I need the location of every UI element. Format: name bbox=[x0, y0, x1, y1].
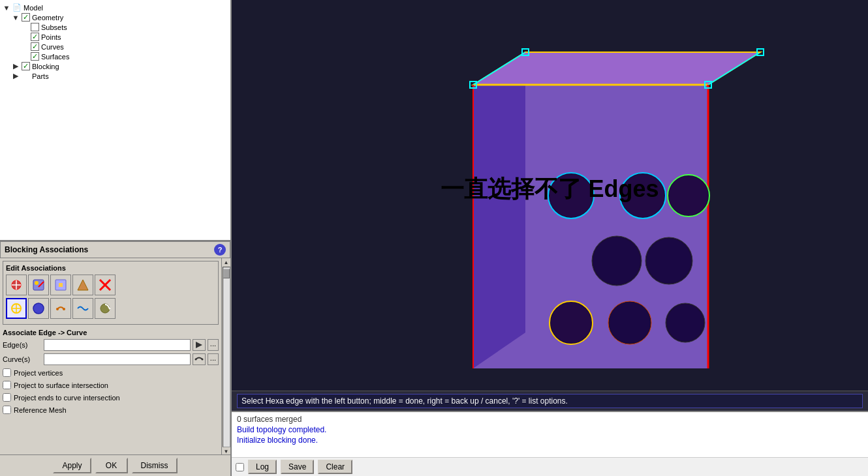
expander-blocking[interactable]: ▶ bbox=[12, 62, 20, 70]
svg-point-45 bbox=[647, 239, 691, 283]
edges-field-row: Edge(s) ... bbox=[3, 339, 219, 351]
checkbox-blocking[interactable]: ✓ bbox=[22, 62, 30, 70]
log-bottom-bar: Log Save Clear bbox=[232, 457, 868, 476]
checkbox-geometry[interactable]: ✓ bbox=[22, 13, 30, 22]
cb-project-surface[interactable] bbox=[3, 381, 11, 389]
scroll-up-arrow[interactable]: ▲ bbox=[224, 260, 229, 265]
scene-svg bbox=[232, 0, 868, 385]
edges-dots-btn[interactable]: ... bbox=[208, 339, 219, 351]
checkbox-subsets[interactable] bbox=[31, 23, 39, 31]
tool-btn-circle[interactable] bbox=[28, 298, 49, 319]
curves-select-btn[interactable] bbox=[193, 353, 206, 365]
log-button[interactable]: Log bbox=[248, 460, 277, 474]
cb-project-ends-label: Project ends to curve intersection bbox=[14, 394, 120, 402]
tool-btn-wave[interactable] bbox=[72, 298, 93, 319]
tree-item-blocking[interactable]: ▶ ✓ Blocking bbox=[3, 61, 228, 71]
log-line-1: Build topology completed. bbox=[237, 425, 863, 434]
svg-point-4 bbox=[35, 281, 39, 285]
panel-header: Blocking Associations ? bbox=[0, 241, 230, 258]
cb-reference-mesh-label: Reference Mesh bbox=[14, 406, 67, 414]
ok-button[interactable]: OK bbox=[95, 458, 128, 473]
tree-item-parts[interactable]: ▶ Parts bbox=[3, 71, 228, 81]
panel-scrollbar[interactable]: ▲ ▼ bbox=[221, 258, 230, 454]
svg-point-14 bbox=[33, 303, 44, 314]
tree-item-points[interactable]: ✓ Points bbox=[3, 32, 228, 42]
tree-label-points: Points bbox=[41, 33, 61, 41]
cb-reference-mesh[interactable] bbox=[3, 406, 11, 414]
apply-button[interactable]: Apply bbox=[53, 458, 91, 473]
curves-input[interactable] bbox=[44, 353, 191, 365]
checkbox-curves[interactable]: ✓ bbox=[31, 42, 39, 51]
tool-btn-2[interactable] bbox=[28, 275, 49, 295]
expander-parts[interactable]: ▶ bbox=[12, 72, 20, 80]
save-button[interactable]: Save bbox=[281, 460, 314, 474]
tree-item-surfaces[interactable]: ✓ Surfaces bbox=[3, 52, 228, 61]
checkbox-project-surface[interactable]: Project to surface intersection bbox=[3, 381, 219, 389]
scroll-track[interactable] bbox=[223, 267, 230, 447]
tool-btn-active[interactable] bbox=[6, 298, 27, 319]
status-message: Select Hexa edge with the left button; m… bbox=[237, 394, 863, 408]
checkbox-project-vertices[interactable]: Project vertices bbox=[3, 368, 219, 377]
tool-btn-3[interactable] bbox=[50, 275, 71, 295]
toolbar-row-1 bbox=[6, 275, 215, 295]
status-bar: Select Hexa edge with the left button; m… bbox=[232, 391, 868, 411]
panel-title: Blocking Associations bbox=[5, 245, 88, 254]
svg-marker-8 bbox=[78, 280, 88, 290]
clear-button[interactable]: Clear bbox=[318, 460, 352, 474]
dismiss-button[interactable]: Dismiss bbox=[132, 458, 178, 473]
edit-associations-section: Edit Associations bbox=[3, 261, 219, 325]
tool-btn-link[interactable] bbox=[50, 298, 71, 319]
bottom-buttons: Apply OK Dismiss bbox=[0, 454, 230, 476]
toolbar-row-2 bbox=[6, 298, 215, 319]
edit-associations-title: Edit Associations bbox=[6, 264, 215, 272]
svg-point-16 bbox=[63, 308, 65, 310]
svg-point-51 bbox=[667, 305, 704, 341]
tree-item-model[interactable]: ▼ 📄 Model bbox=[3, 3, 228, 12]
checkbox-surfaces[interactable]: ✓ bbox=[31, 52, 39, 61]
tree-label-blocking: Blocking bbox=[32, 63, 59, 70]
tree-item-curves[interactable]: ✓ Curves bbox=[3, 42, 228, 52]
assoc-edge-curve-label: Associate Edge -> Curve bbox=[3, 329, 219, 336]
expander-model[interactable]: ▼ bbox=[3, 4, 10, 12]
tree-area: ▼ 📄 Model ▼ ✓ Geometry Subsets ✓ Points bbox=[0, 0, 230, 241]
log-line-2: Initialize blocking done. bbox=[237, 436, 863, 445]
blocking-associations-panel: Blocking Associations ? Edit Association… bbox=[0, 241, 230, 454]
svg-marker-24 bbox=[473, 52, 525, 368]
tool-btn-4[interactable] bbox=[72, 275, 93, 295]
tool-btn-x[interactable] bbox=[95, 275, 116, 295]
curves-field-row: Curve(s) ... bbox=[3, 353, 219, 365]
cb-project-ends[interactable] bbox=[3, 393, 11, 402]
viewport[interactable]: 一直选择不了 Edges Select Hexa edge with the l… bbox=[232, 0, 868, 476]
help-icon[interactable]: ? bbox=[214, 244, 226, 256]
cb-project-vertices[interactable] bbox=[3, 368, 11, 377]
svg-point-41 bbox=[669, 176, 708, 215]
svg-marker-18 bbox=[109, 307, 111, 310]
curves-label: Curve(s) bbox=[3, 355, 42, 363]
checkbox-project-ends[interactable]: Project ends to curve intersection bbox=[3, 393, 219, 402]
log-content: 0 surfaces merged Build topology complet… bbox=[232, 412, 868, 457]
log-checkbox[interactable] bbox=[236, 463, 244, 471]
svg-point-15 bbox=[56, 308, 59, 310]
expander-geometry[interactable]: ▼ bbox=[12, 14, 20, 22]
log-line-0: 0 surfaces merged bbox=[237, 415, 863, 424]
svg-point-49 bbox=[610, 303, 650, 343]
tree-label-parts: Parts bbox=[32, 72, 49, 80]
tool-btn-rotate[interactable] bbox=[95, 298, 116, 319]
tool-btn-1[interactable] bbox=[6, 275, 27, 295]
checkbox-reference-mesh[interactable]: Reference Mesh bbox=[3, 406, 219, 414]
tree-label-model: Model bbox=[23, 4, 43, 12]
scroll-thumb[interactable] bbox=[223, 269, 230, 278]
edges-select-btn[interactable] bbox=[193, 339, 206, 351]
svg-point-39 bbox=[621, 174, 664, 217]
svg-marker-19 bbox=[196, 342, 202, 348]
svg-rect-3 bbox=[33, 280, 44, 290]
svg-point-20 bbox=[194, 359, 196, 361]
tree-item-geometry[interactable]: ▼ ✓ Geometry bbox=[3, 12, 228, 22]
checkbox-points[interactable]: ✓ bbox=[31, 33, 39, 41]
svg-point-37 bbox=[550, 174, 593, 217]
scroll-down-arrow[interactable]: ▼ bbox=[224, 449, 229, 454]
curves-dots-btn[interactable]: ... bbox=[208, 353, 219, 365]
tree-item-subsets[interactable]: Subsets bbox=[3, 22, 228, 32]
log-area: 0 surfaces merged Build topology complet… bbox=[232, 411, 868, 476]
edges-input[interactable] bbox=[44, 339, 191, 351]
